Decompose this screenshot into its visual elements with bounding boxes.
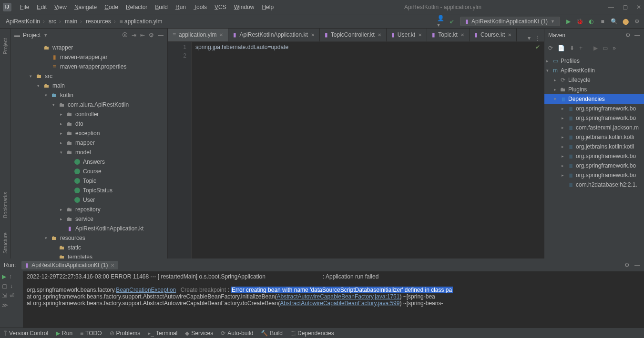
maven-tree-item[interactable]: ▸ ⫼org.springframework.bo: [544, 113, 644, 123]
reload-icon[interactable]: ⟳: [548, 45, 553, 51]
tree-item[interactable]: Course: [10, 167, 167, 176]
hide-icon[interactable]: —: [158, 32, 164, 39]
bottom-services[interactable]: ◆Services: [185, 330, 213, 337]
tree-item[interactable]: ▾🖿com.alura.ApiRestKotlin: [10, 100, 167, 109]
maven-tree-item[interactable]: ▸ ⫼org.springframework.bo: [544, 151, 644, 161]
maven-tree-item[interactable]: ▾ mApiRestKotlin: [544, 66, 644, 75]
tree-item[interactable]: ▸🖿dto: [10, 119, 167, 129]
tree-item[interactable]: ≡maven-wrapper.properties: [10, 62, 167, 71]
wrap-icon[interactable]: ⏎: [10, 292, 14, 299]
maven-tree-item[interactable]: ▸ ▭Profiles: [544, 56, 644, 66]
maven-tree-item[interactable]: ▸ 🖿Plugins: [544, 85, 644, 94]
create-breakpoint-link[interactable]: Create breakpoint: [181, 287, 226, 293]
bottom-terminal[interactable]: ▸_Terminal: [148, 330, 177, 337]
menu-refactor[interactable]: Refactor: [122, 4, 151, 10]
run-tab-label[interactable]: ApiRestKotlinApplicationKt (1): [31, 262, 108, 268]
vcs-update-icon[interactable]: ↙: [449, 18, 455, 25]
tree-item[interactable]: Answers: [10, 157, 167, 167]
breadcrumb-item[interactable]: main: [63, 18, 84, 25]
tree-item[interactable]: Topic: [10, 176, 167, 186]
project-tree[interactable]: 🖿wrapper▮maven-wrapper.jar≡maven-wrapper…: [10, 42, 167, 258]
close-icon[interactable]: ✕: [311, 32, 315, 38]
menu-tools[interactable]: Tools: [190, 4, 211, 10]
bottom-build[interactable]: 🔨Build: [261, 330, 283, 337]
bottom-autobuild[interactable]: ⟳Auto-build: [221, 330, 253, 337]
select-opened-icon[interactable]: ⦿: [122, 32, 128, 39]
exception-link[interactable]: BeanCreationException: [116, 287, 176, 293]
tree-item[interactable]: ▾🖿resources: [10, 233, 167, 243]
bottom-dependencies[interactable]: ⬚Dependencies: [290, 330, 334, 337]
maven-tree-item[interactable]: ▸ ⫼org.jetbrains.kotlin:kotli: [544, 142, 644, 151]
tree-item[interactable]: ▸🖿controller: [10, 109, 167, 119]
breadcrumb-item[interactable]: ≡ application.ylm: [118, 18, 164, 25]
collapse-icon[interactable]: ⇤: [140, 32, 145, 39]
settings-icon[interactable]: ⚙: [634, 18, 640, 25]
generate-icon[interactable]: 📄: [558, 45, 565, 51]
run-icon[interactable]: ▶: [565, 18, 572, 25]
maven-tree-item[interactable]: ▸ ⫼org.jetbrains.kotlin:kotli: [544, 132, 644, 142]
tree-item[interactable]: ▮maven-wrapper.jar: [10, 52, 167, 62]
tree-item[interactable]: ▸🖿repository: [10, 205, 167, 214]
menu-window[interactable]: Window: [230, 4, 258, 10]
gear-icon[interactable]: ⚙: [624, 262, 630, 268]
source-link[interactable]: AbstractAutowireCapableBeanFactory.java:…: [280, 300, 399, 307]
rerun-icon[interactable]: ▶: [2, 273, 6, 280]
expand-icon[interactable]: ⇥: [132, 32, 136, 39]
bottom-todo[interactable]: ≡TODO: [80, 330, 102, 337]
maven-tree-item[interactable]: ▸ ⫼org.springframework.bo: [544, 104, 644, 113]
stop-icon[interactable]: ■: [599, 18, 606, 25]
add-icon[interactable]: +: [579, 45, 583, 51]
close-icon[interactable]: ✕: [460, 32, 464, 38]
close-icon[interactable]: ✕: [418, 32, 422, 38]
close-icon[interactable]: ✕: [219, 32, 223, 38]
tree-item[interactable]: 🖿wrapper: [10, 43, 167, 52]
tree-item[interactable]: ▮ApiRestKotlinApplication.kt: [10, 224, 167, 233]
stop-icon[interactable]: ▢: [2, 283, 7, 289]
editor-tab[interactable]: ▮Topic.kt✕: [427, 29, 470, 41]
bottom-run[interactable]: ▶Run: [56, 330, 72, 337]
editor-tab[interactable]: ▮TopicController.kt✕: [320, 29, 387, 41]
tree-item[interactable]: User: [10, 195, 167, 205]
menu-code[interactable]: Code: [101, 4, 122, 10]
maven-tree[interactable]: ▸ ▭Profiles▾ mApiRestKotlin▸ ⟳Lifecycle▸…: [544, 54, 644, 258]
tree-item[interactable]: 🖿templates: [10, 252, 167, 258]
editor-tab[interactable]: ▮User.kt✕: [387, 29, 427, 41]
menu-navigate[interactable]: Navigate: [71, 4, 101, 10]
gear-icon[interactable]: ⚙: [149, 32, 154, 39]
close-icon[interactable]: ✕: [636, 4, 641, 10]
close-icon[interactable]: ✕: [508, 32, 511, 38]
more-icon[interactable]: »: [613, 45, 616, 51]
chevron-down-icon[interactable]: ▾: [528, 35, 531, 41]
down-icon[interactable]: ↓: [10, 283, 13, 289]
up-icon[interactable]: ↑: [9, 273, 12, 280]
menu-help[interactable]: Help: [258, 4, 277, 10]
tree-item[interactable]: ▸🖿service: [10, 214, 167, 224]
gear-icon[interactable]: ⚙: [625, 32, 631, 39]
close-icon[interactable]: ✕: [378, 32, 381, 38]
breadcrumb-item[interactable]: src: [47, 18, 63, 25]
chevron-down-icon[interactable]: ▼: [43, 33, 48, 38]
maven-tree-item[interactable]: ⫼com.h2database:h2:2.1.: [544, 180, 644, 189]
editor-tab[interactable]: ▮Course.kt✕: [470, 29, 517, 41]
tool-structure[interactable]: Structure: [2, 232, 8, 254]
editor-tab[interactable]: ≡application.ylm✕: [168, 29, 228, 41]
more-icon[interactable]: ≫: [2, 302, 8, 308]
coverage-icon[interactable]: ◐: [588, 18, 594, 25]
bottom-version-control[interactable]: ᛘVersion Control: [4, 330, 48, 337]
minimize-icon[interactable]: —: [608, 4, 614, 10]
run-config-selector[interactable]: ▮ ApiRestKotlinApplicationKt (1) ▼: [460, 17, 560, 26]
tree-item[interactable]: ▾🖿kotlin: [10, 90, 167, 100]
execute-icon[interactable]: ▭: [603, 45, 608, 51]
maven-tree-item[interactable]: ▸ ⟳Lifecycle: [544, 75, 644, 85]
exit-icon[interactable]: ⇲: [2, 292, 7, 299]
breadcrumb-item[interactable]: resources: [84, 18, 118, 25]
close-icon[interactable]: ✕: [111, 263, 114, 268]
menu-run[interactable]: Run: [172, 4, 190, 10]
tool-project[interactable]: Project: [2, 38, 8, 54]
hide-icon[interactable]: —: [634, 32, 640, 39]
download-icon[interactable]: ⬇: [570, 45, 574, 51]
menu-file[interactable]: File: [16, 4, 33, 10]
menu-view[interactable]: View: [51, 4, 71, 10]
tree-item[interactable]: ▾🖿src: [10, 71, 167, 81]
sync-icon[interactable]: ⬤: [622, 18, 629, 25]
